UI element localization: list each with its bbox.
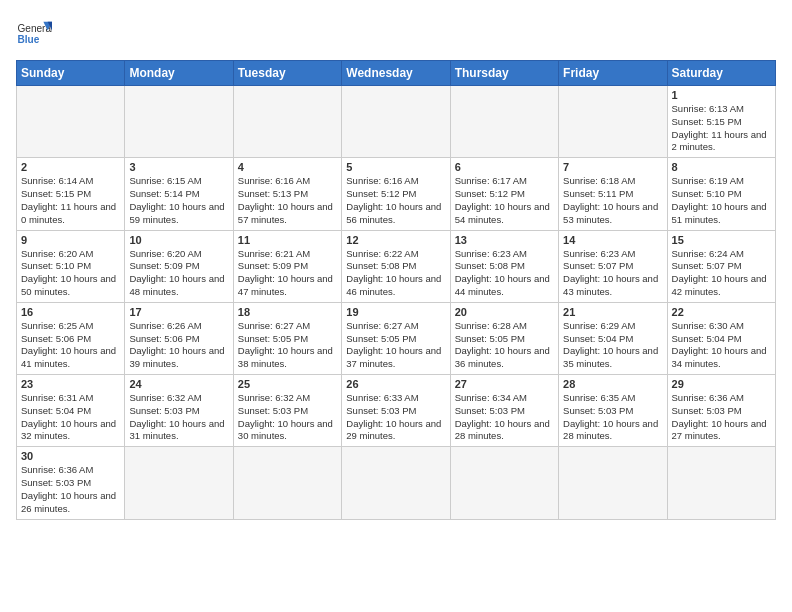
- day-number: 7: [563, 161, 662, 173]
- calendar-cell: 14Sunrise: 6:23 AMSunset: 5:07 PMDayligh…: [559, 230, 667, 302]
- calendar-cell: 3Sunrise: 6:15 AMSunset: 5:14 PMDaylight…: [125, 158, 233, 230]
- weekday-header-sunday: Sunday: [17, 61, 125, 86]
- day-info: Sunrise: 6:32 AMSunset: 5:03 PMDaylight:…: [129, 392, 228, 443]
- weekday-header-tuesday: Tuesday: [233, 61, 341, 86]
- day-info: Sunrise: 6:36 AMSunset: 5:03 PMDaylight:…: [21, 464, 120, 515]
- calendar-cell: 17Sunrise: 6:26 AMSunset: 5:06 PMDayligh…: [125, 302, 233, 374]
- day-info: Sunrise: 6:20 AMSunset: 5:09 PMDaylight:…: [129, 248, 228, 299]
- day-info: Sunrise: 6:23 AMSunset: 5:08 PMDaylight:…: [455, 248, 554, 299]
- day-info: Sunrise: 6:33 AMSunset: 5:03 PMDaylight:…: [346, 392, 445, 443]
- calendar-cell: 28Sunrise: 6:35 AMSunset: 5:03 PMDayligh…: [559, 375, 667, 447]
- calendar-cell: 29Sunrise: 6:36 AMSunset: 5:03 PMDayligh…: [667, 375, 775, 447]
- general-blue-logo-icon: General Blue: [16, 16, 52, 52]
- day-info: Sunrise: 6:22 AMSunset: 5:08 PMDaylight:…: [346, 248, 445, 299]
- calendar-cell: 25Sunrise: 6:32 AMSunset: 5:03 PMDayligh…: [233, 375, 341, 447]
- calendar-cell: 27Sunrise: 6:34 AMSunset: 5:03 PMDayligh…: [450, 375, 558, 447]
- calendar-cell: [559, 86, 667, 158]
- day-info: Sunrise: 6:35 AMSunset: 5:03 PMDaylight:…: [563, 392, 662, 443]
- calendar-cell: 18Sunrise: 6:27 AMSunset: 5:05 PMDayligh…: [233, 302, 341, 374]
- calendar-cell: 2Sunrise: 6:14 AMSunset: 5:15 PMDaylight…: [17, 158, 125, 230]
- day-info: Sunrise: 6:20 AMSunset: 5:10 PMDaylight:…: [21, 248, 120, 299]
- day-number: 16: [21, 306, 120, 318]
- calendar-cell: [342, 447, 450, 519]
- calendar-cell: 9Sunrise: 6:20 AMSunset: 5:10 PMDaylight…: [17, 230, 125, 302]
- day-info: Sunrise: 6:15 AMSunset: 5:14 PMDaylight:…: [129, 175, 228, 226]
- calendar-cell: [125, 86, 233, 158]
- day-info: Sunrise: 6:25 AMSunset: 5:06 PMDaylight:…: [21, 320, 120, 371]
- calendar-week-3: 9Sunrise: 6:20 AMSunset: 5:10 PMDaylight…: [17, 230, 776, 302]
- calendar-cell: [17, 86, 125, 158]
- calendar-cell: 20Sunrise: 6:28 AMSunset: 5:05 PMDayligh…: [450, 302, 558, 374]
- day-info: Sunrise: 6:17 AMSunset: 5:12 PMDaylight:…: [455, 175, 554, 226]
- calendar-cell: 13Sunrise: 6:23 AMSunset: 5:08 PMDayligh…: [450, 230, 558, 302]
- day-info: Sunrise: 6:31 AMSunset: 5:04 PMDaylight:…: [21, 392, 120, 443]
- calendar-page: General Blue SundayMondayTuesdayWednesda…: [0, 0, 792, 530]
- day-info: Sunrise: 6:13 AMSunset: 5:15 PMDaylight:…: [672, 103, 771, 154]
- calendar-cell: [559, 447, 667, 519]
- weekday-header-monday: Monday: [125, 61, 233, 86]
- calendar-cell: 4Sunrise: 6:16 AMSunset: 5:13 PMDaylight…: [233, 158, 341, 230]
- day-number: 26: [346, 378, 445, 390]
- day-info: Sunrise: 6:23 AMSunset: 5:07 PMDaylight:…: [563, 248, 662, 299]
- calendar-cell: 15Sunrise: 6:24 AMSunset: 5:07 PMDayligh…: [667, 230, 775, 302]
- calendar-cell: [667, 447, 775, 519]
- day-number: 10: [129, 234, 228, 246]
- svg-text:Blue: Blue: [17, 34, 39, 45]
- calendar-cell: 1Sunrise: 6:13 AMSunset: 5:15 PMDaylight…: [667, 86, 775, 158]
- day-info: Sunrise: 6:27 AMSunset: 5:05 PMDaylight:…: [346, 320, 445, 371]
- day-number: 30: [21, 450, 120, 462]
- day-number: 15: [672, 234, 771, 246]
- calendar-cell: 6Sunrise: 6:17 AMSunset: 5:12 PMDaylight…: [450, 158, 558, 230]
- day-number: 25: [238, 378, 337, 390]
- day-number: 22: [672, 306, 771, 318]
- day-info: Sunrise: 6:32 AMSunset: 5:03 PMDaylight:…: [238, 392, 337, 443]
- day-number: 6: [455, 161, 554, 173]
- day-info: Sunrise: 6:18 AMSunset: 5:11 PMDaylight:…: [563, 175, 662, 226]
- weekday-header-wednesday: Wednesday: [342, 61, 450, 86]
- calendar-table: SundayMondayTuesdayWednesdayThursdayFrid…: [16, 60, 776, 520]
- calendar-week-6: 30Sunrise: 6:36 AMSunset: 5:03 PMDayligh…: [17, 447, 776, 519]
- calendar-cell: 16Sunrise: 6:25 AMSunset: 5:06 PMDayligh…: [17, 302, 125, 374]
- calendar-cell: [125, 447, 233, 519]
- day-number: 20: [455, 306, 554, 318]
- day-number: 21: [563, 306, 662, 318]
- calendar-cell: 5Sunrise: 6:16 AMSunset: 5:12 PMDaylight…: [342, 158, 450, 230]
- day-number: 27: [455, 378, 554, 390]
- day-number: 17: [129, 306, 228, 318]
- day-number: 24: [129, 378, 228, 390]
- day-number: 9: [21, 234, 120, 246]
- day-number: 12: [346, 234, 445, 246]
- header: General Blue: [16, 16, 776, 52]
- calendar-cell: 21Sunrise: 6:29 AMSunset: 5:04 PMDayligh…: [559, 302, 667, 374]
- day-number: 29: [672, 378, 771, 390]
- day-number: 8: [672, 161, 771, 173]
- day-number: 18: [238, 306, 337, 318]
- calendar-cell: 11Sunrise: 6:21 AMSunset: 5:09 PMDayligh…: [233, 230, 341, 302]
- day-number: 28: [563, 378, 662, 390]
- calendar-cell: 23Sunrise: 6:31 AMSunset: 5:04 PMDayligh…: [17, 375, 125, 447]
- calendar-cell: 22Sunrise: 6:30 AMSunset: 5:04 PMDayligh…: [667, 302, 775, 374]
- day-number: 23: [21, 378, 120, 390]
- calendar-cell: 8Sunrise: 6:19 AMSunset: 5:10 PMDaylight…: [667, 158, 775, 230]
- calendar-cell: 10Sunrise: 6:20 AMSunset: 5:09 PMDayligh…: [125, 230, 233, 302]
- calendar-cell: 30Sunrise: 6:36 AMSunset: 5:03 PMDayligh…: [17, 447, 125, 519]
- day-number: 4: [238, 161, 337, 173]
- calendar-cell: 24Sunrise: 6:32 AMSunset: 5:03 PMDayligh…: [125, 375, 233, 447]
- calendar-cell: [233, 447, 341, 519]
- day-number: 14: [563, 234, 662, 246]
- day-info: Sunrise: 6:21 AMSunset: 5:09 PMDaylight:…: [238, 248, 337, 299]
- calendar-cell: [450, 86, 558, 158]
- calendar-cell: 12Sunrise: 6:22 AMSunset: 5:08 PMDayligh…: [342, 230, 450, 302]
- calendar-cell: 19Sunrise: 6:27 AMSunset: 5:05 PMDayligh…: [342, 302, 450, 374]
- calendar-week-5: 23Sunrise: 6:31 AMSunset: 5:04 PMDayligh…: [17, 375, 776, 447]
- day-number: 5: [346, 161, 445, 173]
- calendar-cell: 7Sunrise: 6:18 AMSunset: 5:11 PMDaylight…: [559, 158, 667, 230]
- day-number: 2: [21, 161, 120, 173]
- weekday-header-friday: Friday: [559, 61, 667, 86]
- day-number: 11: [238, 234, 337, 246]
- calendar-cell: [342, 86, 450, 158]
- weekday-header-row: SundayMondayTuesdayWednesdayThursdayFrid…: [17, 61, 776, 86]
- day-info: Sunrise: 6:24 AMSunset: 5:07 PMDaylight:…: [672, 248, 771, 299]
- day-info: Sunrise: 6:30 AMSunset: 5:04 PMDaylight:…: [672, 320, 771, 371]
- day-info: Sunrise: 6:19 AMSunset: 5:10 PMDaylight:…: [672, 175, 771, 226]
